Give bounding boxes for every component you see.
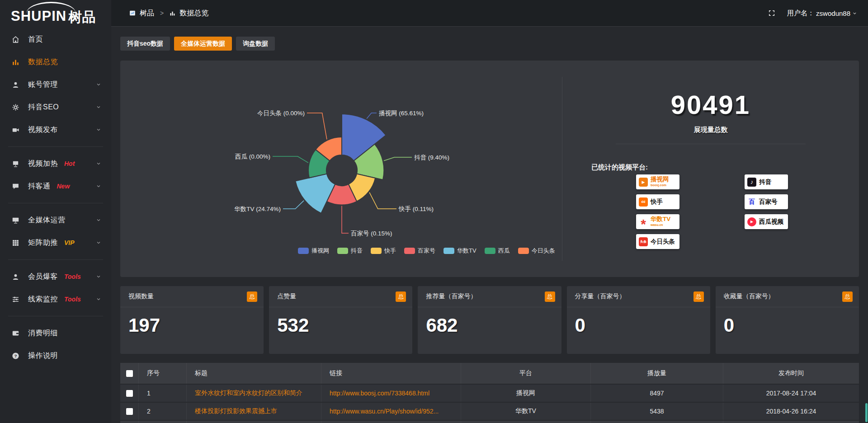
sidebar-item-label: 视频加热 — [28, 159, 58, 169]
video-table: 序号 标题 链接 平台 播放量 发布时间 1 室外水纹灯和室内水纹灯的区别和简介… — [120, 363, 859, 423]
row-cell-title[interactable]: 室外水纹灯和室内水纹灯的区别和简介 — [187, 385, 321, 402]
platform-chip-boosj[interactable]: ▶ 播视网boosj.com — [636, 174, 679, 189]
select-all-checkbox[interactable] — [126, 370, 133, 377]
total-badge[interactable]: 总 — [693, 291, 704, 302]
tab-omnimedia-data[interactable]: 全媒体运营数据 — [174, 37, 232, 51]
legend-item[interactable]: 西瓜 — [485, 247, 510, 255]
row-cell-link[interactable]: http://www.wasu.cn/Play/show/id/952... — [321, 403, 461, 420]
chevron-down-icon — [96, 161, 101, 166]
breadcrumb-root[interactable]: 树品 — [140, 9, 154, 18]
help-icon: ? — [12, 352, 22, 360]
legend-swatch — [298, 248, 309, 254]
sidebar-item-label: 数据总览 — [28, 57, 58, 67]
legend-swatch — [443, 248, 454, 254]
row-cell-num: 1 — [139, 385, 187, 402]
brand-logo[interactable]: SHUPIN 树品 — [0, 0, 111, 28]
pie-label: 快手 (0.11%) — [398, 206, 434, 212]
pie-label-line — [384, 157, 412, 161]
tab-douyin-seo-data[interactable]: 抖音seo数据 — [120, 37, 170, 51]
sidebar-item-video-heat[interactable]: 视频加热 Hot — [0, 152, 111, 175]
row-cell-title[interactable]: 楼体投影灯投影效果震撼上市 — [187, 403, 321, 420]
sidebar-item-video-publish[interactable]: 视频发布 — [0, 118, 111, 141]
platform-chip-kuaishou[interactable]: 66 快手 — [636, 194, 679, 209]
sidebar-item-help[interactable]: ? 操作说明 — [0, 344, 111, 367]
header-cell-checkbox — [120, 363, 139, 384]
tab-inquiry-data[interactable]: 询盘数据 — [236, 37, 275, 51]
grid-icon — [12, 239, 22, 247]
sidebar: SHUPIN 树品 首页 数据总览 账号管理 抖音SEO 视频发布 — [0, 0, 111, 423]
row-cell-checkbox — [120, 385, 139, 402]
home-icon — [12, 36, 22, 43]
fullscreen-icon[interactable] — [768, 9, 775, 17]
user-menu[interactable]: 用户名： zswodun88 — [787, 9, 857, 18]
member-icon — [12, 273, 22, 281]
total-badge[interactable]: 总 — [247, 291, 257, 302]
pie-label-line — [367, 113, 377, 119]
pie-label-line — [273, 156, 308, 163]
row-cell-views: 5438 — [591, 403, 723, 420]
total-impressions-label: 展现量总数 — [562, 126, 859, 134]
row-checkbox[interactable] — [126, 408, 133, 415]
divider — [616, 144, 806, 144]
legend-swatch — [337, 248, 348, 254]
platform-chip-wasu[interactable]: * 华数TVwasu.cn — [636, 214, 679, 229]
breadcrumb-current[interactable]: 数据总览 — [179, 9, 208, 18]
legend-swatch — [518, 248, 529, 254]
screen-icon — [12, 160, 22, 168]
chart-panel: 播视网 (65.61%)抖音 (9.40%)快手 (0.11%)百家号 (0.1… — [120, 61, 859, 277]
stat-value: 532 — [269, 307, 412, 336]
pie-slice[interactable] — [295, 174, 335, 213]
pie-label: 百家号 (0.15%) — [351, 230, 392, 237]
chevron-down-icon — [96, 104, 101, 110]
platform-chips-left: ▶ 播视网boosj.com 66 快手 * 华数TVwasu.cn 头条 今日… — [636, 174, 679, 249]
sidebar-item-label: 会员爆客 — [28, 272, 58, 282]
platform-name: 今日头条 — [651, 239, 675, 244]
sidebar-item-consumption-detail[interactable]: 消费明细 — [0, 322, 111, 344]
row-cell-link[interactable]: http://www.boosj.com/7338468.html — [321, 385, 461, 402]
legend-item[interactable]: 播视网 — [298, 247, 329, 255]
sidebar-item-account[interactable]: 账号管理 — [0, 73, 111, 96]
row-checkbox[interactable] — [126, 390, 133, 397]
scrollbar-thumb[interactable] — [865, 403, 868, 422]
total-badge[interactable]: 总 — [396, 291, 406, 302]
username: zswodun88 — [816, 9, 850, 17]
sidebar-item-matrix-boost[interactable]: 矩阵助推 VIP — [0, 231, 111, 254]
stat-title: 推荐量（百家号） — [426, 292, 476, 301]
pie-chart: 播视网 (65.61%)抖音 (9.40%)快手 (0.11%)百家号 (0.1… — [120, 61, 562, 277]
legend-item[interactable]: 快手 — [371, 247, 396, 255]
total-badge[interactable]: 总 — [842, 291, 853, 302]
sidebar-item-douketong[interactable]: 抖客通 New — [0, 175, 111, 197]
sidebar-item-label: 消费明细 — [28, 329, 58, 338]
total-badge[interactable]: 总 — [545, 291, 555, 302]
chevron-down-icon — [96, 127, 101, 132]
platform-chip-xigua[interactable]: ▶ 西瓜视频 — [745, 214, 788, 229]
platform-name: 抖音 — [759, 179, 771, 185]
stat-card-favorites: 收藏量（百家号）总 0 — [716, 286, 859, 354]
sidebar-item-label: 矩阵助推 — [28, 238, 58, 248]
pie-label-line — [283, 201, 304, 209]
legend-item[interactable]: 抖音 — [337, 247, 363, 255]
hot-badge: Hot — [64, 160, 75, 167]
legend-item[interactable]: 今日头条 — [518, 247, 555, 255]
pie-label-line — [369, 193, 396, 209]
sidebar-item-member-burst[interactable]: 会员爆客 Tools — [0, 265, 111, 288]
legend-item[interactable]: 华数TV — [443, 247, 476, 255]
row-cell-platform: 华数TV — [461, 403, 591, 420]
sidebar-item-douyin-seo[interactable]: 抖音SEO — [0, 96, 111, 118]
platform-chip-toutiao[interactable]: 头条 今日头条 — [636, 234, 679, 249]
header-cell-views: 播放量 — [591, 363, 723, 384]
sidebar-item-home[interactable]: 首页 — [0, 28, 111, 51]
sidebar-item-data-overview[interactable]: 数据总览 — [0, 51, 111, 73]
sidebar-item-omnimedia[interactable]: 全媒体运营 — [0, 209, 111, 231]
tools-badge: Tools — [64, 273, 81, 280]
sidebar-item-lead-monitor[interactable]: 线索监控 Tools — [0, 288, 111, 310]
legend-item[interactable]: 百家号 — [404, 247, 435, 255]
platform-chip-douyin[interactable]: ♪ 抖音 — [745, 174, 788, 189]
stat-value: 0 — [716, 307, 859, 336]
sidebar-nav: 首页 数据总览 账号管理 抖音SEO 视频发布 视频加热 Hot — [0, 28, 111, 367]
chevron-down-icon — [852, 11, 857, 16]
chart-legend: 播视网 抖音 快手 百家号 华数TV 西瓜 今日头条 — [298, 247, 555, 255]
video-publish-icon — [12, 126, 22, 134]
topbar-right: 用户名： zswodun88 — [768, 9, 857, 18]
platform-chip-baijiahao[interactable]: 百 百家号 — [745, 194, 788, 209]
